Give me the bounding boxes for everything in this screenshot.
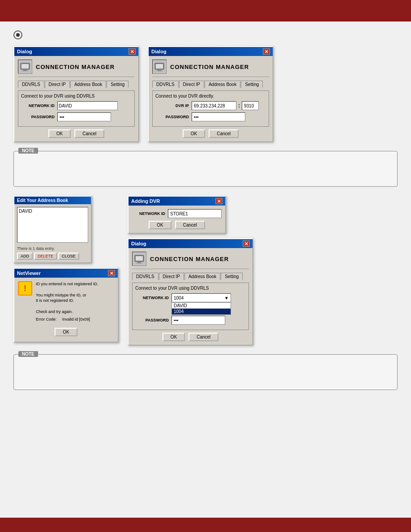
network-id-select-1[interactable]: DAVID: [57, 101, 118, 110]
cancel-button-dropdown[interactable]: Cancel: [188, 333, 218, 341]
svg-rect-6: [156, 71, 163, 71]
password-input-dropdown[interactable]: [171, 316, 225, 325]
address-book-title: Edit Your Address Book: [17, 198, 68, 203]
label-network-id-add: NETWORK ID: [132, 211, 165, 216]
dialog-directip: Dialog ✕ CONNECTION MANAGER: [148, 46, 273, 142]
dropdown-arrow: ▼: [224, 296, 229, 300]
tab-directip-2[interactable]: Direct IP: [179, 81, 204, 88]
left-column: Edit Your Address Book DAVID There is 1 …: [13, 196, 119, 343]
bottom-section: Edit Your Address Book DAVID There is 1 …: [13, 196, 398, 345]
tab-setting-dropdown[interactable]: Setting: [221, 273, 243, 280]
port-input[interactable]: [242, 101, 259, 110]
select-wrapper-1: DAVID: [57, 101, 118, 110]
add-button[interactable]: ADD: [17, 253, 33, 260]
netviewer-close-button[interactable]: ✕: [108, 270, 115, 276]
tab-directip-1[interactable]: Direct IP: [45, 81, 70, 88]
error-code-label: Error Code:: [36, 317, 57, 322]
netviewer-title: NetViewer: [17, 270, 41, 276]
tab-ddvrls-2[interactable]: DDVRLS: [152, 81, 179, 88]
adding-dvr-close-button[interactable]: ✕: [215, 198, 223, 204]
tab-setting-2[interactable]: Setting: [241, 81, 263, 88]
close-button-1[interactable]: ✕: [128, 48, 136, 55]
ip-input[interactable]: [192, 101, 236, 110]
netviewer-titlebar: NetViewer ✕: [14, 269, 118, 278]
tab-content-2: Connect to your DVR directly. DVR IP : P…: [152, 90, 269, 127]
form-row-network-id-1: NETWORK ID DAVID: [21, 101, 132, 110]
label-network-id-dropdown: NETWORK ID: [135, 296, 169, 300]
address-book-list[interactable]: DAVID: [17, 207, 88, 243]
dropdown-list: DAVID 1004: [171, 302, 231, 315]
cancel-button-1[interactable]: Cancel: [74, 129, 104, 138]
network-id-dropdown[interactable]: 1004 ▼: [171, 293, 231, 302]
dialog-header-title-dropdown: CONNECTION MANAGER: [150, 256, 229, 262]
tab-subtitle-1: Connect to your DVR using DDVRLS: [21, 94, 132, 99]
cancel-button-2[interactable]: Cancel: [209, 129, 239, 138]
error-message-3: It is not registered ID.: [36, 298, 98, 304]
adding-dvr-ok-button[interactable]: OK: [149, 221, 171, 229]
address-book-item[interactable]: DAVID: [19, 209, 86, 214]
tab-content-dropdown: Connect to your DVR using DDVRLS NETWORK…: [132, 283, 249, 330]
svg-rect-1: [23, 69, 27, 71]
password-input-2[interactable]: [192, 112, 245, 121]
tab-ddvrls-1[interactable]: DDVRLS: [18, 81, 44, 88]
dropdown-container: 1004 ▼ DAVID 1004: [171, 293, 231, 302]
adding-dvr-titlebar: Adding DVR ✕: [128, 197, 225, 206]
tab-addressbook-1[interactable]: Address Book: [70, 81, 106, 88]
dialog-header-2: CONNECTION MANAGER: [152, 60, 269, 77]
delete-button[interactable]: DELETE: [34, 253, 57, 260]
address-book-footer: There is 1 data entry.: [14, 245, 91, 253]
address-book-buttons: ADD DELETE CLOSE: [14, 253, 91, 262]
tab-subtitle-2: Connect to your DVR directly.: [155, 94, 266, 99]
close-address-book-button[interactable]: CLOSE: [58, 253, 79, 260]
label-network-id-1: NETWORK ID: [21, 103, 55, 108]
dialog-header-dropdown: CONNECTION MANAGER: [132, 252, 249, 269]
footer-bar: [0, 518, 411, 532]
svg-rect-10: [136, 263, 142, 263]
tab-directip-dropdown[interactable]: Direct IP: [159, 273, 184, 280]
tabs-row-dropdown: DDVRLS Direct IP Address Book Setting: [132, 273, 249, 280]
dialog-header-title-1: CONNECTION MANAGER: [36, 64, 115, 70]
tabs-row-1: DDVRLS Direct IP Address Book Setting: [18, 81, 135, 88]
dialog-buttons-2: OK Cancel: [152, 129, 269, 138]
svg-rect-7: [156, 64, 163, 69]
tab-content-1: Connect to your DVR using DDVRLS NETWORK…: [18, 90, 135, 127]
svg-rect-2: [22, 71, 28, 71]
connection-icon-1: [18, 60, 32, 74]
label-password-dropdown: PASSWORD: [135, 318, 169, 322]
dialog-body-dropdown: CONNECTION MANAGER DDVRLS Direct IP Addr…: [128, 248, 253, 345]
ok-button-2[interactable]: OK: [183, 129, 205, 138]
form-row-password-1: PASSWORD: [21, 112, 132, 121]
network-id-input-add[interactable]: [168, 209, 222, 218]
dropdown-option-1004[interactable]: 1004: [172, 309, 231, 314]
error-message-4: Check and try again.: [36, 309, 98, 315]
netviewer-ok-button[interactable]: OK: [55, 328, 77, 336]
dialog-ddvrls: Dialog ✕ CONNECTION MANAGER: [13, 46, 139, 142]
close-button-dropdown[interactable]: ✕: [243, 240, 250, 247]
tab-ddvrls-dropdown[interactable]: DDVRLS: [132, 273, 158, 280]
radio-icon: [13, 30, 22, 39]
dialog-body-2: CONNECTION MANAGER DDVRLS Direct IP Addr…: [149, 56, 273, 142]
ok-button-dropdown[interactable]: OK: [163, 333, 185, 341]
dialog-titlebar-1: Dialog ✕: [14, 47, 138, 56]
tab-addressbook-dropdown[interactable]: Address Book: [184, 273, 220, 280]
error-message-1: ID you entered is not registered ID.: [36, 281, 98, 287]
form-row-password-2: PASSWORD: [155, 112, 266, 121]
tab-addressbook-2[interactable]: Address Book: [205, 81, 240, 88]
adding-dvr-cancel-button[interactable]: Cancel: [175, 221, 205, 229]
dialog-dropdown: Dialog ✕ CONNECTION MANAG: [128, 238, 253, 345]
main-content: Dialog ✕ CONNECTION MANAGER: [0, 21, 411, 408]
password-input-1[interactable]: [57, 112, 111, 121]
ip-separator: :: [238, 103, 240, 109]
adding-dvr-title: Adding DVR: [131, 198, 160, 204]
error-message-2: You might mistype the ID, or: [36, 292, 98, 298]
ip-row: :: [192, 101, 259, 110]
close-button-2[interactable]: ✕: [263, 48, 270, 55]
ok-button-1[interactable]: OK: [48, 129, 71, 138]
warning-icon: !: [18, 281, 32, 296]
svg-rect-9: [137, 262, 141, 263]
tab-setting-1[interactable]: Setting: [107, 81, 128, 88]
svg-rect-3: [21, 64, 29, 69]
dropdown-option-david[interactable]: DAVID: [172, 303, 231, 309]
error-code-value: invalid id [0x09]: [62, 317, 90, 322]
svg-rect-5: [158, 69, 161, 71]
